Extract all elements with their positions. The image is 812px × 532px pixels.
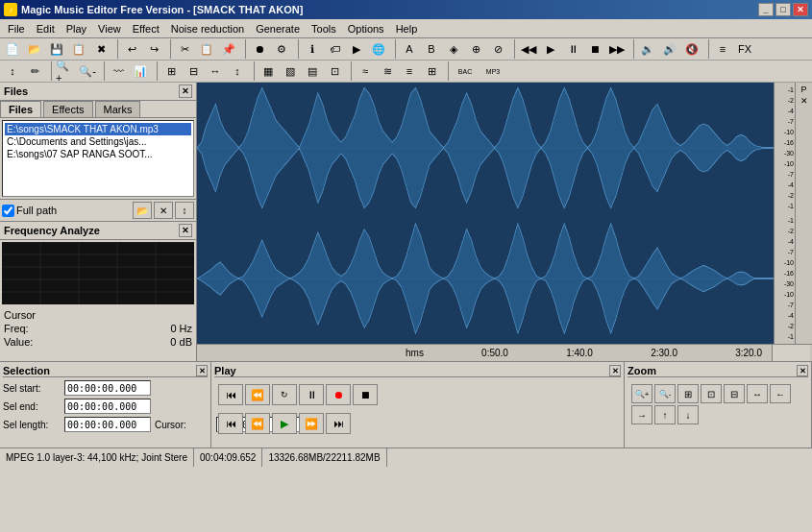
btn-f[interactable]: ◀◀	[518, 39, 539, 59]
file-item-0[interactable]: E:\songs\SMACK THAT AKON.mp3	[5, 123, 191, 135]
waveform-btn[interactable]: 〰	[108, 61, 129, 81]
btn-a[interactable]: A	[399, 39, 420, 59]
zoom-in-btn[interactable]: 🔍+	[631, 384, 652, 403]
sel-tool[interactable]: ↕	[2, 61, 23, 81]
vol-down[interactable]: 🔉	[637, 39, 658, 59]
folder-open-button[interactable]: 📂	[133, 202, 152, 219]
spectrum-btn[interactable]: 📊	[130, 61, 151, 81]
zoom-fit-btn[interactable]: ⊞	[677, 384, 699, 403]
fx-button[interactable]: FX	[734, 39, 755, 59]
cut-button[interactable]: ✂	[174, 39, 195, 59]
zoom-up-btn[interactable]: ↑	[654, 405, 676, 424]
btn-e[interactable]: ⊘	[487, 39, 508, 59]
play-play[interactable]: ▶	[272, 413, 297, 434]
tb-mark1[interactable]: ▦	[258, 61, 279, 81]
play-rewind[interactable]: ⏪	[245, 384, 270, 405]
settings-button[interactable]: ⚙	[271, 39, 292, 59]
wmp-button[interactable]: ▶	[346, 39, 367, 59]
file-list[interactable]: E:\songs\SMACK THAT AKON.mp3 C:\Document…	[2, 120, 194, 197]
full-path-checkbox[interactable]	[2, 205, 14, 217]
close-button[interactable]: ✕	[793, 3, 808, 16]
sel-end-input[interactable]	[64, 399, 151, 414]
freq-panel-close[interactable]: ✕	[179, 224, 192, 237]
menu-tools[interactable]: Tools	[306, 21, 342, 36]
btn-d[interactable]: ⊕	[465, 39, 486, 59]
tb-misc4[interactable]: ⊞	[421, 61, 442, 81]
vol-up[interactable]: 🔊	[659, 39, 680, 59]
file-item-2[interactable]: E:\songs\07 SAP RANGA SOOT...	[5, 148, 191, 160]
files-panel-close[interactable]: ✕	[179, 85, 192, 98]
waveform-bottom-channel[interactable]	[197, 213, 774, 344]
menu-effect[interactable]: Effect	[127, 21, 165, 36]
mp3-btn[interactable]: MP3	[480, 61, 506, 81]
play-close[interactable]: ✕	[609, 365, 621, 376]
tb-extra3[interactable]: ↔	[205, 61, 226, 81]
tb-misc3[interactable]: ≡	[399, 61, 420, 81]
selection-close[interactable]: ✕	[196, 365, 208, 376]
play-prev[interactable]: ⏮	[218, 384, 243, 405]
play-end[interactable]: ⏭	[326, 413, 351, 434]
zoom-close[interactable]: ✕	[797, 365, 808, 376]
web-button[interactable]: 🌐	[368, 39, 389, 59]
new-button[interactable]: 📄	[2, 39, 23, 59]
zoom-down-btn[interactable]: ↓	[677, 405, 699, 424]
play-loop[interactable]: ↻	[272, 384, 297, 405]
open-button[interactable]: 📂	[24, 39, 45, 59]
tb-extra4[interactable]: ↕	[227, 61, 248, 81]
zoom-sel-btn[interactable]: ⊟	[724, 384, 745, 403]
btn-b[interactable]: B	[421, 39, 442, 59]
menu-generate[interactable]: Generate	[250, 21, 306, 36]
tb-mark3[interactable]: ▤	[302, 61, 323, 81]
menu-edit[interactable]: Edit	[31, 21, 61, 36]
play-record[interactable]: ⏺	[326, 384, 351, 405]
play-tb-button[interactable]: ▶	[540, 39, 561, 59]
scrollbar-right[interactable]	[772, 345, 810, 361]
tb-mark2[interactable]: ▧	[280, 61, 301, 81]
tab-marks[interactable]: Marks	[95, 101, 141, 117]
play-fwd-step[interactable]: ⏩	[299, 413, 324, 434]
zoom-out-btn[interactable]: 🔍-	[654, 384, 676, 403]
copy-button[interactable]: 📋	[196, 39, 217, 59]
waveform-top-channel[interactable]	[197, 83, 774, 213]
record-button[interactable]: ⏺	[249, 39, 270, 59]
tab-effects[interactable]: Effects	[43, 101, 92, 117]
x-button[interactable]: ✕	[800, 96, 808, 106]
file-item-1[interactable]: C:\Documents and Settings\jas...	[5, 135, 191, 148]
redo-button[interactable]: ↪	[143, 39, 164, 59]
info-button[interactable]: ℹ	[302, 39, 323, 59]
sel-start-input[interactable]	[64, 380, 151, 396]
zoom-right-btn[interactable]: →	[631, 405, 652, 424]
menu-options[interactable]: Options	[342, 21, 390, 36]
zoom-h-btn[interactable]: ↔	[747, 384, 768, 403]
pause-tb-button[interactable]: ⏸	[562, 39, 583, 59]
zoom-out-tb[interactable]: 🔍-	[77, 61, 98, 81]
delete-button[interactable]: ✕	[154, 202, 173, 219]
mute-button[interactable]: 🔇	[681, 39, 702, 59]
btn-c[interactable]: ◈	[443, 39, 464, 59]
bac-btn[interactable]: BAC	[452, 61, 479, 81]
paste-button[interactable]: 📌	[218, 39, 239, 59]
btn-fwd[interactable]: ▶▶	[606, 39, 627, 59]
menu-play[interactable]: Play	[61, 21, 92, 36]
menu-file[interactable]: File	[2, 21, 31, 36]
tb-mark4[interactable]: ⊡	[324, 61, 345, 81]
menu-view[interactable]: View	[92, 21, 127, 36]
tag-button[interactable]: 🏷	[324, 39, 345, 59]
zoom-in-tb[interactable]: 🔍+	[55, 61, 76, 81]
tb-extra2[interactable]: ⊟	[183, 61, 204, 81]
play-back-step[interactable]: ⏪	[245, 413, 270, 434]
tb-extra1[interactable]: ⊞	[160, 61, 182, 81]
menu-noise-reduction[interactable]: Noise reduction	[165, 21, 250, 36]
tb-misc1[interactable]: ≈	[355, 61, 376, 81]
save-button[interactable]: 💾	[46, 39, 67, 59]
zoom-left-btn[interactable]: ←	[770, 384, 791, 403]
play-pause[interactable]: ⏸	[299, 384, 324, 405]
eq-button[interactable]: ≡	[712, 39, 733, 59]
draw-tool[interactable]: ✏	[24, 61, 45, 81]
play-stop[interactable]: ⏹	[353, 384, 378, 405]
tab-files[interactable]: Files	[0, 101, 41, 117]
menu-help[interactable]: Help	[390, 21, 424, 36]
maximize-button[interactable]: □	[775, 3, 791, 16]
tb-misc2[interactable]: ≋	[377, 61, 398, 81]
zoom-reset-btn[interactable]: ⊡	[701, 384, 722, 403]
